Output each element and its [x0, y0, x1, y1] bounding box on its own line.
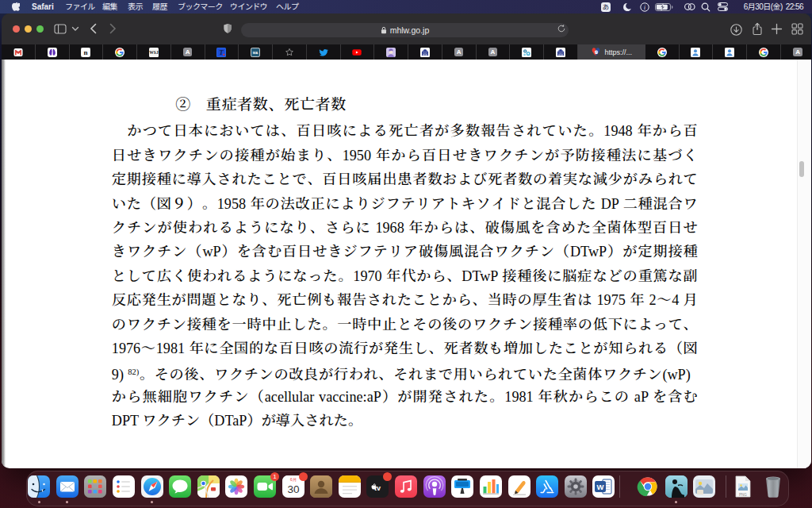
svg-text:W: W — [597, 483, 604, 491]
svg-text:MA: MA — [253, 51, 259, 55]
svg-text:PNG: PNG — [739, 493, 747, 497]
svg-text:T: T — [220, 48, 224, 56]
svg-text:30: 30 — [287, 483, 299, 495]
svg-text:WSJ: WSJ — [149, 50, 159, 55]
svg-text:i: i — [644, 4, 645, 11]
svg-text:6月: 6月 — [289, 477, 297, 483]
svg-text:n: n — [84, 48, 88, 56]
